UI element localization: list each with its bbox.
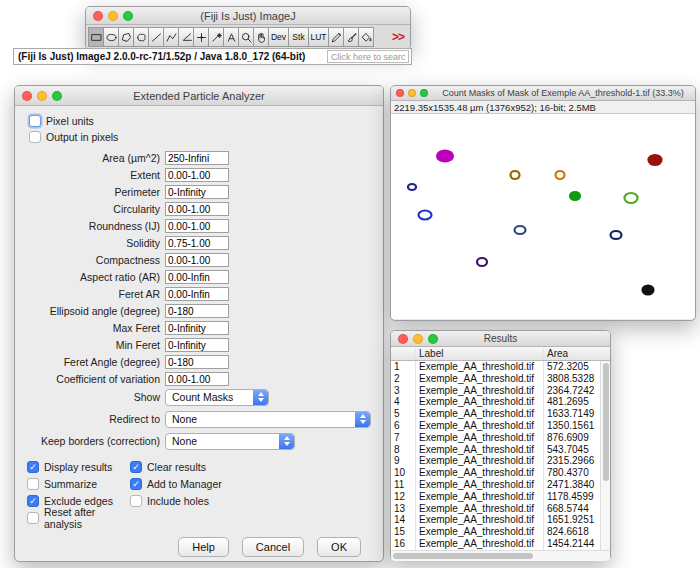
checkbox-row[interactable]: Add to Manager — [130, 477, 222, 491]
point-tool[interactable] — [193, 27, 209, 47]
results-titlebar[interactable]: Results — [391, 331, 610, 347]
checkbox-row[interactable]: Output in pixels — [29, 130, 383, 144]
redirect-dropdown[interactable]: None — [165, 411, 371, 428]
table-row[interactable]: 4 Exemple_AA_threshold.tif 481.2695 — [391, 396, 610, 408]
checkbox-row[interactable]: Include holes — [130, 494, 222, 508]
table-row[interactable]: 12 Exemple_AA_threshold.tif 1178.4599 — [391, 491, 610, 503]
vertical-scrollbar[interactable] — [600, 361, 610, 550]
field-input[interactable] — [165, 151, 229, 165]
minimize-button[interactable] — [108, 11, 118, 21]
table-row[interactable]: 11 Exemple_AA_threshold.tif 2471.3840 — [391, 479, 610, 491]
field-input[interactable] — [165, 372, 229, 386]
flood-fill-tool[interactable] — [358, 27, 374, 47]
hand-tool[interactable] — [253, 27, 269, 47]
zoom-tool[interactable] — [238, 27, 254, 47]
horizontal-scrollbar[interactable] — [391, 550, 610, 561]
minimize-button[interactable] — [37, 91, 47, 101]
table-row[interactable]: 1 Exemple_AA_threshold.tif 572.3205 — [391, 361, 610, 373]
table-row[interactable]: 3 Exemple_AA_threshold.tif 2364.7242 — [391, 385, 610, 397]
keep-borders-dropdown[interactable]: None — [165, 433, 295, 450]
table-row[interactable]: 16 Exemple_AA_threshold.tif 1454.2144 — [391, 538, 610, 550]
more-tools-button[interactable]: >> — [392, 30, 404, 44]
minimize-button[interactable] — [413, 334, 423, 344]
pencil-tool[interactable] — [328, 27, 344, 47]
checkbox-row[interactable]: Clear results — [130, 460, 222, 474]
checkbox[interactable] — [27, 512, 39, 524]
field-input[interactable] — [165, 253, 229, 267]
wand-tool[interactable] — [208, 27, 224, 47]
freehand-tool[interactable] — [133, 27, 149, 47]
close-button[interactable] — [93, 11, 103, 21]
table-row[interactable]: 13 Exemple_AA_threshold.tif 668.5744 — [391, 503, 610, 515]
field-input[interactable] — [165, 304, 229, 318]
cancel-button[interactable]: Cancel — [242, 537, 304, 557]
search-input[interactable] — [327, 50, 409, 63]
checkbox[interactable] — [27, 478, 39, 490]
field-input[interactable] — [165, 338, 229, 352]
paintbrush-tool[interactable] — [343, 27, 359, 47]
horizontal-scrollbar-thumb[interactable] — [393, 553, 533, 559]
line-tool[interactable] — [148, 27, 164, 47]
polygon-tool[interactable] — [118, 27, 134, 47]
field-input[interactable] — [165, 219, 229, 233]
table-row[interactable]: 8 Exemple_AA_threshold.tif 543.7045 — [391, 444, 610, 456]
lut-tool-button[interactable]: LUT — [308, 27, 329, 47]
checkbox[interactable] — [130, 478, 142, 490]
table-row[interactable]: 7 Exemple_AA_threshold.tif 876.6909 — [391, 432, 610, 444]
checkbox-row[interactable]: Display results — [27, 460, 130, 474]
table-row[interactable]: 10 Exemple_AA_threshold.tif 780.4370 — [391, 467, 610, 479]
checkbox[interactable] — [29, 115, 41, 127]
oval-tool[interactable] — [103, 27, 119, 47]
close-button[interactable] — [22, 91, 32, 101]
angle-tool[interactable] — [178, 27, 194, 47]
results-window: Results Label Area 1 Exemple_AA_threshol… — [390, 330, 611, 561]
segmented-line-tool[interactable] — [163, 27, 179, 47]
zoom-button[interactable] — [428, 334, 438, 344]
field-input[interactable] — [165, 185, 229, 199]
image-canvas[interactable] — [391, 114, 695, 319]
table-row[interactable]: 15 Exemple_AA_threshold.tif 824.6618 — [391, 526, 610, 538]
field-input[interactable] — [165, 202, 229, 216]
checkbox-row[interactable]: Reset after analysis — [27, 511, 130, 525]
table-row[interactable]: 14 Exemple_AA_threshold.tif 1651.9251 — [391, 514, 610, 526]
particle — [419, 211, 432, 220]
analyzer-titlebar[interactable]: Extended Particle Analyzer — [15, 86, 383, 106]
checkbox[interactable] — [29, 131, 41, 143]
show-dropdown[interactable]: Count Masks — [165, 389, 269, 406]
close-button[interactable] — [396, 89, 404, 97]
checkbox[interactable] — [27, 495, 39, 507]
checkbox[interactable] — [130, 495, 142, 507]
dev-tool-button[interactable]: Dev — [268, 27, 289, 47]
minimize-button[interactable] — [408, 89, 416, 97]
field-input[interactable] — [165, 168, 229, 182]
zoom-button[interactable] — [420, 89, 428, 97]
row-label: Exemple_AA_threshold.tif — [415, 396, 543, 408]
field-input[interactable] — [165, 321, 229, 335]
field-input[interactable] — [165, 270, 229, 284]
checkbox[interactable] — [130, 461, 142, 473]
column-header-area[interactable]: Area — [543, 348, 610, 359]
field-input[interactable] — [165, 236, 229, 250]
zoom-button[interactable] — [52, 91, 62, 101]
close-button[interactable] — [398, 334, 408, 344]
stack-tool-button[interactable]: Stk — [288, 27, 309, 47]
table-row[interactable]: 6 Exemple_AA_threshold.tif 1350.1561 — [391, 420, 610, 432]
ok-button[interactable]: OK — [317, 537, 361, 557]
row-label: Exemple_AA_threshold.tif — [415, 514, 543, 526]
checkbox[interactable] — [27, 461, 39, 473]
rectangle-tool[interactable] — [88, 27, 104, 47]
column-header-label[interactable]: Label — [415, 348, 543, 359]
zoom-button[interactable] — [123, 11, 133, 21]
field-input[interactable] — [165, 355, 229, 369]
help-button[interactable]: Help — [178, 537, 229, 557]
count-masks-titlebar[interactable]: Count Masks of Mask of Exemple AA_thresh… — [391, 86, 695, 101]
table-row[interactable]: 2 Exemple_AA_threshold.tif 3808.5328 — [391, 373, 610, 385]
text-tool[interactable] — [223, 27, 239, 47]
table-row[interactable]: 5 Exemple_AA_threshold.tif 1633.7149 — [391, 408, 610, 420]
table-row[interactable]: 9 Exemple_AA_threshold.tif 2315.2966 — [391, 455, 610, 467]
vertical-scrollbar-thumb[interactable] — [603, 363, 609, 481]
field-input[interactable] — [165, 287, 229, 301]
checkbox-row[interactable]: Summarize — [27, 477, 130, 491]
imagej-titlebar[interactable]: (Fiji Is Just) ImageJ — [86, 7, 410, 25]
checkbox-row[interactable]: Pixel units — [29, 114, 383, 128]
